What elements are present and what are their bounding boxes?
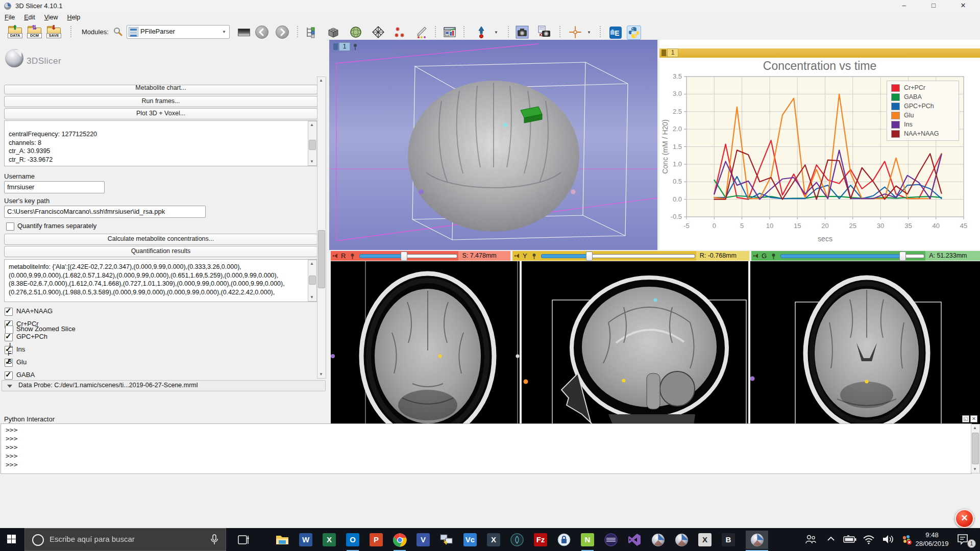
minimize-button[interactable]: – bbox=[892, 0, 916, 12]
wifi-icon[interactable] bbox=[863, 534, 875, 544]
slice-offset-slider[interactable] bbox=[359, 251, 456, 261]
unpin-arrow-icon[interactable] bbox=[333, 254, 338, 258]
undock-panel-icon[interactable]: ◱ bbox=[962, 415, 969, 422]
sync-error-icon[interactable] bbox=[900, 534, 913, 545]
menu-edit[interactable]: Edit bbox=[19, 12, 40, 22]
annotate-pen-icon[interactable] bbox=[414, 26, 428, 39]
taskbar-app-vnc-viewer-v[interactable]: V bbox=[412, 531, 434, 549]
mesh-icon[interactable] bbox=[372, 26, 385, 39]
unpin-arrow-icon[interactable] bbox=[514, 254, 520, 258]
module-selector-combobox[interactable]: PFileParser ▼ bbox=[127, 25, 230, 39]
show-zoomed-slice-checkbox[interactable] bbox=[5, 325, 13, 334]
extensions-manager-icon[interactable]: E bbox=[608, 26, 623, 40]
metabolite-info-textbox[interactable]: metaboliteInfo: {'Ala':[(2.42E-02,7.22,0… bbox=[4, 259, 317, 302]
chevron-up-icon[interactable] bbox=[827, 536, 835, 542]
taskbar-app-b3-app[interactable]: B bbox=[717, 531, 740, 549]
taskbar-app-outlook[interactable]: O bbox=[341, 531, 364, 549]
screenshot-icon[interactable] bbox=[516, 26, 529, 39]
data-probe-collapsible[interactable]: Data Probe: C:/dev/1.namic/scenes/ti...2… bbox=[2, 380, 326, 391]
menu-file[interactable]: File bbox=[0, 12, 19, 22]
metabolite-chart-button[interactable]: Metabolite chart... bbox=[4, 85, 317, 94]
calculate-concentrations-button[interactable]: Calculate metabolite concentrations... bbox=[4, 234, 317, 245]
toolbar-separator[interactable] bbox=[600, 26, 603, 37]
volume-rendering-icon[interactable] bbox=[349, 26, 362, 39]
action-center-icon[interactable]: 1 bbox=[957, 533, 975, 546]
taskbar-app-eclipse[interactable] bbox=[600, 531, 622, 549]
panel-scrollbar[interactable]: ▲▼ bbox=[317, 77, 326, 379]
threed-view-controller[interactable]: 1 bbox=[333, 42, 359, 51]
frequency-info-textbox[interactable]: centralFrequency: 1277125220channels: 8c… bbox=[4, 120, 317, 166]
keypath-input[interactable]: C:\Users\FranciscoMarcano\.ssh\fmrsiuser… bbox=[4, 206, 206, 218]
microphone-icon[interactable] bbox=[210, 534, 218, 545]
view-grip[interactable] bbox=[333, 43, 338, 50]
pin-icon[interactable] bbox=[350, 253, 355, 259]
scene-view-icon[interactable] bbox=[538, 26, 551, 39]
taskbar-app-slicer-active[interactable] bbox=[746, 531, 768, 549]
forward-button[interactable] bbox=[276, 26, 289, 39]
close-panel-icon[interactable]: ✕ bbox=[970, 415, 977, 422]
load-dicom-button[interactable]: ⇅ DCM bbox=[27, 26, 42, 38]
python-console-icon[interactable] bbox=[627, 26, 641, 40]
toolbar-separator[interactable] bbox=[435, 26, 438, 37]
taskbar-app-word[interactable]: W bbox=[295, 531, 317, 549]
view-grip[interactable] bbox=[662, 49, 666, 56]
taskbar-app-excel[interactable]: X bbox=[318, 531, 340, 549]
pin-icon[interactable] bbox=[531, 253, 537, 259]
toolbar-separator[interactable] bbox=[508, 26, 511, 37]
menu-view[interactable]: View bbox=[40, 12, 63, 22]
taskbar-app-x-app[interactable]: X bbox=[694, 531, 716, 549]
battery-icon[interactable] bbox=[843, 534, 856, 544]
people-icon[interactable] bbox=[804, 534, 817, 544]
taskbar-search[interactable]: Escribe aquí para buscar bbox=[24, 528, 226, 551]
module-tree-icon[interactable] bbox=[304, 26, 317, 39]
menu-help[interactable]: Help bbox=[63, 12, 85, 22]
unpin-arrow-icon[interactable] bbox=[753, 254, 758, 258]
metabolite-checkbox-gaba[interactable] bbox=[5, 371, 13, 380]
taskbar-clock[interactable]: 9:48 28/06/2019 bbox=[913, 531, 951, 548]
volume-icon[interactable] bbox=[882, 534, 894, 544]
toolbar-separator[interactable] bbox=[463, 26, 467, 37]
slice-offset-slider[interactable] bbox=[780, 251, 923, 261]
taskbar-app-file-explorer[interactable] bbox=[271, 531, 293, 549]
run-frames-button[interactable]: Run frames... bbox=[4, 96, 317, 107]
back-button[interactable] bbox=[255, 26, 268, 39]
toolbar-separator[interactable] bbox=[70, 26, 74, 37]
task-view-icon[interactable] bbox=[238, 535, 249, 545]
save-button[interactable]: ⬇ SAVE bbox=[46, 26, 61, 38]
taskbar-app-remote-desktop[interactable] bbox=[435, 531, 458, 549]
metabolite-checkbox-gpc-pch[interactable] bbox=[5, 333, 13, 341]
layout-cube-icon[interactable] bbox=[327, 26, 340, 39]
chevron-down-icon[interactable]: ▼ bbox=[494, 30, 498, 35]
fiducials-icon[interactable] bbox=[393, 26, 406, 39]
chart-view-controller[interactable]: 1 bbox=[662, 48, 678, 57]
taskbar-app-chrome[interactable] bbox=[388, 531, 411, 549]
taskbar-app-slicer[interactable] bbox=[670, 531, 693, 549]
taskbar-app-slicer[interactable] bbox=[647, 531, 669, 549]
toolbar-separator[interactable] bbox=[559, 26, 562, 37]
maximize-button[interactable]: □ bbox=[922, 0, 945, 12]
dismiss-notification-button[interactable]: ✕ bbox=[955, 509, 974, 528]
taskbar-app-notepad-plus-plus[interactable]: N bbox=[576, 531, 599, 549]
username-input[interactable]: fmrsiuser bbox=[4, 181, 105, 193]
taskbar-app-ssh-lock[interactable] bbox=[553, 531, 575, 549]
plot-3d-voxel-button[interactable]: Plot 3D + Voxel... bbox=[4, 108, 317, 119]
threed-view[interactable]: 1 bbox=[329, 40, 657, 250]
start-button[interactable] bbox=[7, 535, 16, 543]
console-scrollbar[interactable]: ▲▼ bbox=[971, 424, 980, 473]
taskbar-app-vnc[interactable]: Vc bbox=[459, 531, 481, 549]
pin-icon[interactable] bbox=[771, 253, 776, 259]
load-data-button[interactable]: ⬆ DATA bbox=[7, 26, 22, 38]
slider-handle[interactable] bbox=[586, 252, 593, 261]
taskbar-app-circular-app[interactable] bbox=[506, 531, 528, 549]
crosshair-icon[interactable] bbox=[569, 26, 582, 39]
module-search-icon[interactable] bbox=[113, 27, 122, 36]
layout-chart-icon[interactable] bbox=[443, 26, 456, 39]
chevron-down-icon[interactable]: ▼ bbox=[587, 30, 591, 35]
metabolite-checkbox-naa-naag[interactable] bbox=[5, 308, 13, 316]
slider-handle[interactable] bbox=[401, 252, 407, 261]
textbox-scrollbar[interactable]: ▲▼ bbox=[308, 121, 317, 166]
quantify-frames-checkbox[interactable] bbox=[6, 222, 14, 231]
python-console[interactable]: >>>>>>>>>>>>>>> bbox=[1, 423, 972, 474]
taskbar-app-filezilla[interactable]: Fz bbox=[529, 531, 552, 549]
taskbar-app-mplab-xide[interactable]: X bbox=[482, 531, 505, 549]
